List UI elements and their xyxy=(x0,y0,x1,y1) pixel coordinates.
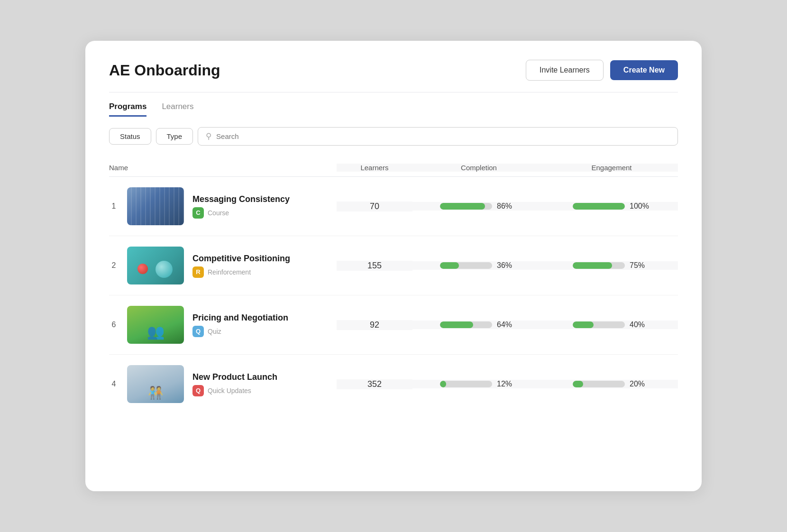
engagement-pct: 75% xyxy=(630,261,650,270)
engagement-cell: 75% xyxy=(545,261,678,270)
completion-bar-fill xyxy=(440,203,485,210)
learners-cell: 155 xyxy=(337,261,412,271)
engagement-cell: 100% xyxy=(545,202,678,211)
engagement-cell: 20% xyxy=(545,380,678,388)
engagement-bar-bg xyxy=(573,262,625,269)
type-label: Course xyxy=(208,209,229,217)
col-learners-header: Learners xyxy=(337,164,412,172)
completion-pct: 12% xyxy=(497,380,518,388)
search-box: ⚲ xyxy=(198,127,678,146)
header-divider xyxy=(109,92,678,92)
completion-bar-bg xyxy=(440,381,492,387)
type-badge: Q xyxy=(192,385,204,396)
program-name: New Product Launch xyxy=(192,372,277,382)
type-badge: R xyxy=(192,266,204,278)
learners-cell: 70 xyxy=(337,202,412,211)
row-number: 4 xyxy=(109,380,119,388)
invite-learners-button[interactable]: Invite Learners xyxy=(526,60,604,81)
tabs-container: Programs Learners xyxy=(109,102,678,117)
program-info: 6 Pricing and Negotiation Q Quiz xyxy=(109,306,337,344)
engagement-bar-bg xyxy=(573,321,625,328)
type-badge: C xyxy=(192,207,204,219)
tab-programs[interactable]: Programs xyxy=(109,102,146,117)
completion-cell: 86% xyxy=(412,202,545,211)
engagement-bar-fill xyxy=(573,203,625,210)
engagement-pct: 100% xyxy=(630,202,650,211)
type-badge: Q xyxy=(192,326,204,337)
row-number: 1 xyxy=(109,202,119,211)
completion-bar-fill xyxy=(440,321,473,328)
program-meta: New Product Launch Q Quick Updates xyxy=(192,372,277,396)
type-label: Quiz xyxy=(208,328,221,335)
completion-cell: 64% xyxy=(412,321,545,329)
ball-teal-decoration xyxy=(156,261,173,278)
completion-bar-bg xyxy=(440,321,492,328)
program-type: Q Quick Updates xyxy=(192,385,277,396)
completion-cell: 36% xyxy=(412,261,545,270)
search-icon: ⚲ xyxy=(206,131,211,141)
table-row: 1 Messaging Consistency C Course 70 86% xyxy=(109,177,678,236)
engagement-bar-fill xyxy=(573,321,594,328)
table-row: 2 Competitive Positioning R Reinforcemen… xyxy=(109,236,678,295)
col-name-header: Name xyxy=(109,164,337,172)
table-header: Name Learners Completion Engagement xyxy=(109,159,678,177)
program-type: Q Quiz xyxy=(192,326,288,337)
search-input[interactable] xyxy=(216,132,670,140)
main-card: AE Onboarding Invite Learners Create New… xyxy=(85,41,702,491)
create-new-button[interactable]: Create New xyxy=(610,60,678,80)
program-thumbnail xyxy=(127,187,184,225)
program-type: C Course xyxy=(192,207,290,219)
header-actions: Invite Learners Create New xyxy=(526,60,678,81)
program-type: R Reinforcement xyxy=(192,266,290,278)
engagement-bar-fill xyxy=(573,381,583,387)
col-engagement-header: Engagement xyxy=(545,164,678,172)
completion-bar-bg xyxy=(440,262,492,269)
program-meta: Messaging Consistency C Course xyxy=(192,194,290,219)
row-number: 6 xyxy=(109,321,119,329)
col-completion-header: Completion xyxy=(412,164,545,172)
filters-row: Status Type ⚲ xyxy=(109,127,678,146)
programs-table: 1 Messaging Consistency C Course 70 86% xyxy=(109,177,678,413)
engagement-pct: 20% xyxy=(630,380,650,388)
program-info: 2 Competitive Positioning R Reinforcemen… xyxy=(109,247,337,284)
row-number: 2 xyxy=(109,261,119,270)
program-meta: Pricing and Negotiation Q Quiz xyxy=(192,313,288,337)
program-thumbnail xyxy=(127,306,184,344)
status-filter-button[interactable]: Status xyxy=(109,128,151,145)
engagement-cell: 40% xyxy=(545,321,678,329)
type-filter-button[interactable]: Type xyxy=(156,128,193,145)
completion-pct: 36% xyxy=(497,261,518,270)
completion-bar-fill xyxy=(440,262,459,269)
tab-learners[interactable]: Learners xyxy=(162,102,193,117)
program-thumbnail xyxy=(127,365,184,403)
learners-cell: 92 xyxy=(337,320,412,330)
completion-bar-fill xyxy=(440,381,446,387)
table-row: 4 New Product Launch Q Quick Updates 352… xyxy=(109,355,678,413)
program-name: Pricing and Negotiation xyxy=(192,313,288,323)
engagement-bar-bg xyxy=(573,203,625,210)
program-meta: Competitive Positioning R Reinforcement xyxy=(192,254,290,278)
completion-pct: 86% xyxy=(497,202,518,211)
ball-red-decoration xyxy=(137,264,148,274)
engagement-bar-fill xyxy=(573,262,612,269)
table-row: 6 Pricing and Negotiation Q Quiz 92 64% xyxy=(109,295,678,355)
program-info: 1 Messaging Consistency C Course xyxy=(109,187,337,225)
program-name: Messaging Consistency xyxy=(192,194,290,204)
page-title: AE Onboarding xyxy=(109,62,220,79)
engagement-pct: 40% xyxy=(630,321,650,329)
page-header: AE Onboarding Invite Learners Create New xyxy=(109,60,678,81)
type-label: Reinforcement xyxy=(208,268,251,276)
completion-pct: 64% xyxy=(497,321,518,329)
type-label: Quick Updates xyxy=(208,387,251,394)
completion-cell: 12% xyxy=(412,380,545,388)
program-info: 4 New Product Launch Q Quick Updates xyxy=(109,365,337,403)
completion-bar-bg xyxy=(440,203,492,210)
learners-cell: 352 xyxy=(337,379,412,389)
program-thumbnail xyxy=(127,247,184,284)
program-name: Competitive Positioning xyxy=(192,254,290,264)
engagement-bar-bg xyxy=(573,381,625,387)
